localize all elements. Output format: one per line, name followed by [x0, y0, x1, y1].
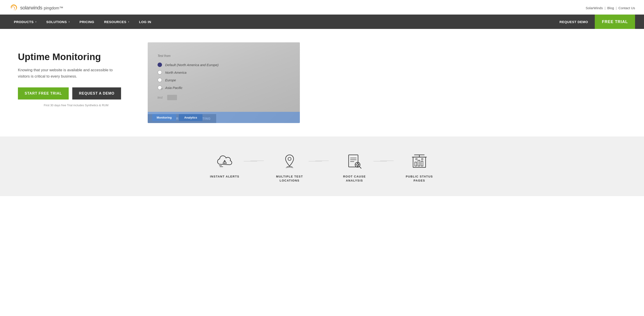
root-cause-icon: [346, 152, 364, 170]
svg-rect-21: [418, 160, 420, 166]
radio-selected-icon: [158, 63, 162, 67]
screenshot-option-1: Default (North America and Europe): [158, 63, 290, 67]
svg-line-10: [359, 167, 361, 168]
feature-multiple-locations: MULTIPLE TEST LOCATIONS: [264, 152, 315, 183]
nav-resources[interactable]: RESOURCES ›: [99, 15, 134, 29]
status-pages-svg: [411, 153, 428, 169]
nav-request-demo-button[interactable]: REQUEST DEMO: [553, 15, 595, 29]
svg-point-4: [288, 157, 291, 161]
screenshot-test-from-row: Test from: [158, 54, 290, 58]
solutions-chevron-icon: ›: [69, 20, 70, 23]
screenshot-option-2: North America: [158, 70, 290, 75]
hero-description: Knowing that your website is available a…: [18, 67, 125, 79]
root-cause-label: ROOT CAUSE ANALYSIS: [343, 175, 366, 183]
feature-sep-3: [380, 161, 394, 161]
separator-1: |: [604, 6, 606, 10]
nav-bar: PRODUCTS › SOLUTIONS › PRICING RESOURCES…: [0, 15, 644, 29]
nav-free-trial-button[interactable]: FREE TRIAL: [595, 15, 635, 29]
request-demo-button[interactable]: REQUEST A DEMO: [72, 87, 121, 99]
nav-right: REQUEST DEMO FREE TRIAL: [553, 15, 635, 29]
radio-cursor-icon: ☞: [158, 85, 162, 90]
hero-buttons: START FREE TRIAL REQUEST A DEMO: [18, 87, 134, 99]
contact-us-link[interactable]: Contact Us: [618, 6, 635, 10]
features-grid: INSTANT ALERTS MULTIPLE TEST LOCATIONS: [199, 152, 445, 183]
public-status-label: PUBLIC STATUS PAGES: [406, 175, 433, 183]
products-chevron-icon: ›: [35, 20, 36, 23]
nav-pricing[interactable]: PRICING: [74, 15, 99, 29]
svg-point-11: [356, 164, 359, 166]
radio-empty-2-icon: [158, 78, 162, 82]
resources-chevron-icon: ›: [128, 20, 129, 23]
blog-link[interactable]: Blog: [607, 6, 614, 10]
nav-items: PRODUCTS › SOLUTIONS › PRICING RESOURCES…: [9, 15, 553, 29]
screenshot-test-from-label: Test from: [158, 54, 170, 58]
multiple-locations-icon: [280, 152, 298, 170]
nav-solutions[interactable]: SOLUTIONS ›: [42, 15, 75, 29]
features-section: INSTANT ALERTS MULTIPLE TEST LOCATIONS: [0, 136, 644, 196]
screenshot-option-default-label: Default (North America and Europe): [165, 63, 218, 67]
svg-rect-24: [422, 159, 423, 160]
screenshot-content: Test from Default (North America and Eur…: [148, 42, 300, 112]
hero-left: Uptime Monitoring Knowing that your webs…: [18, 42, 134, 107]
svg-rect-20: [415, 162, 417, 166]
instant-alerts-icon: [216, 152, 234, 170]
multiple-locations-label: MULTIPLE TEST LOCATIONS: [276, 175, 303, 183]
logo: solarwinds pingdom™: [9, 4, 63, 12]
screenshot-bottom-bar: Monitoring Analytics: [148, 112, 300, 123]
screenshot-option-apac-label: Asia Pacific: [165, 86, 182, 90]
start-free-trial-button[interactable]: START FREE TRIAL: [18, 87, 69, 99]
top-links: SolarWinds | Blog | Contact Us: [586, 6, 635, 10]
screenshot-blue-btn-1: Monitoring: [152, 114, 176, 121]
instant-alerts-label: INSTANT ALERTS: [210, 175, 240, 179]
analysis-svg: [346, 153, 362, 169]
feature-sep-2: [315, 161, 329, 161]
location-pin-svg: [282, 153, 298, 169]
logo-sub: pingdom™: [44, 6, 63, 10]
screenshot-option-4: ☞ Asia Pacific: [158, 85, 290, 90]
top-bar: solarwinds pingdom™ SolarWinds | Blog | …: [0, 0, 644, 15]
logo-brand: solarwinds pingdom™: [9, 4, 63, 12]
nav-products[interactable]: PRODUCTS ›: [9, 15, 42, 29]
screenshot-option-na-label: North America: [165, 71, 186, 74]
feature-public-status: PUBLIC STATUS PAGES: [394, 152, 445, 183]
cloud-alert-svg: [216, 153, 233, 169]
screenshot-blue-btn-2: Analytics: [179, 114, 202, 121]
hero-section: Uptime Monitoring Knowing that your webs…: [0, 29, 644, 136]
svg-rect-23: [416, 159, 417, 160]
nav-login[interactable]: LOG IN: [134, 15, 156, 29]
screenshot-bottom-area: test: [158, 95, 290, 100]
hero-screenshot: Test from Default (North America and Eur…: [148, 42, 300, 123]
logo-text: solarwinds: [20, 5, 42, 11]
feature-root-cause: ROOT CAUSE ANALYSIS: [329, 152, 380, 183]
feature-instant-alerts: INSTANT ALERTS: [199, 152, 250, 179]
svg-point-1: [224, 163, 225, 163]
hero-right: Test from Default (North America and Eur…: [148, 42, 300, 123]
feature-sep-1: [250, 161, 264, 161]
solarwinds-logo-icon: [9, 4, 18, 12]
trial-note: First 30 days free Trial includes Synthe…: [18, 104, 134, 107]
svg-rect-22: [421, 161, 423, 166]
radio-empty-icon: [158, 70, 162, 75]
hero-title: Uptime Monitoring: [18, 51, 134, 63]
screenshot-bottom-label: test: [158, 96, 163, 99]
solarwinds-link[interactable]: SolarWinds: [586, 6, 603, 10]
public-status-icon: [410, 152, 428, 170]
screenshot-option-europe-label: Europe: [165, 78, 176, 82]
separator-2: |: [616, 6, 617, 10]
screenshot-toggle: [167, 95, 177, 100]
screenshot-option-3: Europe: [158, 78, 290, 82]
